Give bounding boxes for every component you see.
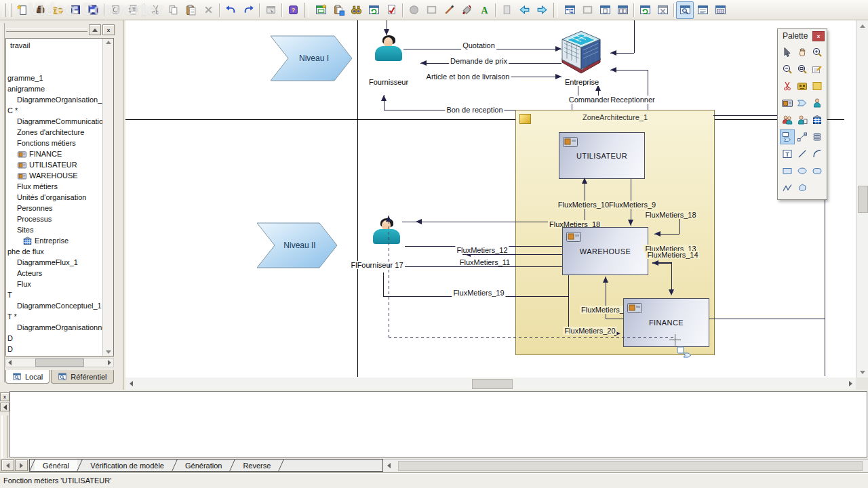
panel-collapse-button[interactable]: [89, 24, 101, 35]
zoom-out-tool[interactable]: [780, 62, 795, 77]
tree-item[interactable]: Acteurs: [6, 268, 102, 279]
roundrect-tool[interactable]: [810, 163, 825, 178]
delete-button[interactable]: [199, 1, 217, 19]
scrollbar-track[interactable]: [856, 31, 868, 367]
table-view-button[interactable]: [711, 1, 729, 19]
polyline-tool[interactable]: [780, 180, 795, 195]
flow-label[interactable]: Demande de prix: [449, 57, 509, 65]
properties-button[interactable]: [262, 1, 279, 19]
help-button[interactable]: ?: [284, 1, 302, 19]
font-color-button[interactable]: A: [475, 1, 493, 19]
text-tool[interactable]: T: [780, 146, 795, 161]
enterprise-node[interactable]: [560, 30, 602, 77]
tree-horizontal-scrollbar[interactable]: [5, 358, 114, 367]
arc-tool[interactable]: [810, 146, 825, 161]
explorer-view-button[interactable]: [676, 1, 694, 19]
copy-button[interactable]: [164, 1, 182, 19]
panel-drag-grip[interactable]: [1, 23, 5, 382]
explorer-tab-local[interactable]: Local: [5, 370, 50, 384]
tree-item[interactable]: Entreprise: [6, 235, 102, 246]
flow-tool[interactable]: [780, 129, 795, 144]
palette-titlebar[interactable]: Palette x: [778, 29, 827, 42]
zoom-in-tool[interactable]: [810, 45, 825, 60]
tree-item[interactable]: T *: [6, 311, 102, 322]
flow-label[interactable]: Commander: [568, 96, 612, 104]
console-grip[interactable]: [1, 415, 8, 458]
tree-item[interactable]: FINANCE: [6, 148, 102, 159]
documents-view-button[interactable]: [614, 1, 631, 19]
actor-flfourniseur[interactable]: [372, 218, 401, 260]
scroll-left-button[interactable]: [125, 378, 136, 389]
console-output-area[interactable]: [9, 391, 867, 458]
tree-item[interactable]: Personnes: [6, 203, 102, 214]
scrollbar-track[interactable]: [394, 460, 868, 472]
tree-item[interactable]: DiagrammeCommunicationsN: [6, 116, 102, 127]
navigate-forward-button[interactable]: [533, 1, 551, 19]
open-button[interactable]: [49, 1, 66, 19]
print-button[interactable]: [124, 1, 142, 19]
tree-item[interactable]: WAREHOUSE: [6, 170, 102, 181]
search-button[interactable]: [347, 1, 365, 19]
org-unit-tool[interactable]: [795, 79, 810, 94]
stamp-button[interactable]: [31, 1, 49, 19]
flow-label[interactable]: FluxMetiers_11: [458, 258, 511, 266]
scrollbar-thumb[interactable]: [472, 379, 513, 389]
cut-tool[interactable]: [780, 79, 795, 94]
notes-view-button[interactable]: [694, 1, 711, 19]
console-collapse-button[interactable]: [0, 403, 9, 411]
save-button[interactable]: [66, 1, 84, 19]
polygon-tool[interactable]: [795, 180, 810, 195]
navigate-back-button[interactable]: [515, 1, 533, 19]
redo-button[interactable]: [239, 1, 257, 19]
tree-item[interactable]: Sites: [6, 224, 102, 235]
paste-model-button[interactable]: [330, 1, 347, 19]
tree-item[interactable]: T: [6, 289, 102, 300]
flow-label[interactable]: Bon de reception: [445, 106, 504, 114]
enterprise-tool[interactable]: [810, 113, 825, 127]
toolbar-grip[interactable]: [9, 3, 12, 17]
note-tool[interactable]: [810, 62, 825, 77]
scroll-right-icon[interactable]: [108, 360, 111, 365]
enterprise-label[interactable]: Entreprise: [564, 78, 600, 86]
console-tab-gnration[interactable]: Génération: [177, 460, 230, 471]
scroll-up-icon[interactable]: [106, 41, 111, 44]
link-tool[interactable]: [795, 129, 810, 144]
blank-page-button[interactable]: [498, 1, 515, 19]
box-warehouse[interactable]: WAREHOUSE: [562, 227, 648, 275]
fill-color-button[interactable]: [458, 1, 475, 19]
level-tool[interactable]: [795, 96, 810, 110]
console-horizontal-scrollbar[interactable]: [383, 459, 868, 472]
scroll-down-icon[interactable]: [106, 350, 111, 354]
ellipse-tool[interactable]: [795, 163, 810, 178]
transform-button[interactable]: [654, 1, 671, 19]
scrollbar-thumb[interactable]: [35, 359, 84, 367]
paste-button[interactable]: [182, 1, 199, 19]
actor-tool[interactable]: [810, 96, 825, 110]
print-preview-button[interactable]: [106, 1, 124, 19]
document-view-button[interactable]: [596, 1, 614, 19]
explorer-tab-rfrentiel[interactable]: Référentiel: [51, 370, 113, 384]
function-tool[interactable]: [780, 96, 795, 110]
flow-label[interactable]: FluxMetiers_10FluxMetiers_9: [557, 201, 657, 209]
flow-label[interactable]: Receptionner: [609, 96, 656, 104]
scrollbar-track[interactable]: [136, 378, 845, 390]
tabs-scroll-right-button[interactable]: [15, 460, 28, 471]
console-tab-gnral[interactable]: Général: [35, 460, 77, 471]
pan-tool[interactable]: [795, 45, 810, 60]
line-color-button[interactable]: [440, 1, 458, 19]
scroll-right-button[interactable]: [845, 378, 856, 389]
shape-style-button[interactable]: [405, 1, 422, 19]
scrollbar-thumb[interactable]: [858, 186, 868, 213]
canvas-vertical-scrollbar[interactable]: [856, 20, 868, 378]
toolbar-grip[interactable]: [3, 3, 6, 17]
tree-item[interactable]: C *: [6, 105, 102, 116]
line-tool[interactable]: [795, 146, 810, 161]
actors-tool[interactable]: [780, 113, 795, 127]
flow-label[interactable]: FluxMetiers_12: [455, 246, 509, 254]
check-model-button[interactable]: [382, 1, 400, 19]
frame-view-button[interactable]: [578, 1, 596, 19]
tree-item[interactable]: D: [6, 344, 102, 354]
scrollbar-thumb[interactable]: [398, 461, 863, 471]
flow-label[interactable]: FluxMetiers_14: [646, 251, 699, 259]
tree-item[interactable]: phe de flux: [6, 246, 102, 257]
